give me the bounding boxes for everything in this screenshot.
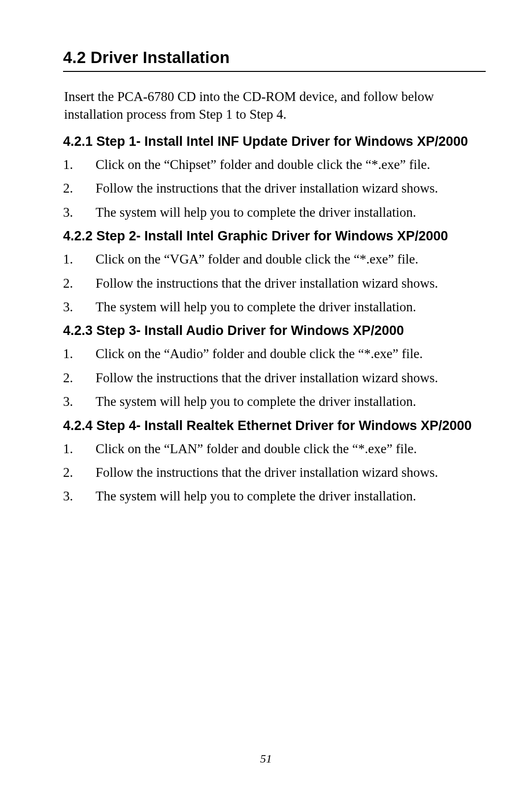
list-item: 3. The system will help you to complete … [63, 298, 486, 316]
list-item: 3. The system will help you to complete … [63, 203, 486, 221]
list-item: 2. Follow the instructions that the driv… [63, 369, 486, 387]
list-text: The system will help you to complete the… [96, 298, 486, 316]
list-text: The system will help you to complete the… [96, 393, 486, 410]
subsection-heading: 4.2.4 Step 4- Install Realtek Ethernet D… [63, 418, 486, 434]
list-number: 3. [63, 393, 96, 410]
list-number: 1. [63, 156, 96, 173]
list-text: Click on the “Chipset” folder and double… [96, 156, 486, 173]
document-page: 4.2 Driver Installation Insert the PCA-6… [0, 0, 532, 505]
subsection-heading: 4.2.1 Step 1- Install Intel INF Update D… [63, 133, 486, 150]
list-item: 3. The system will help you to complete … [63, 393, 486, 410]
list-text: Click on the “LAN” folder and double cli… [96, 440, 486, 458]
list-number: 1. [63, 345, 96, 363]
list-text: Follow the instructions that the driver … [96, 464, 486, 481]
list-number: 1. [63, 250, 96, 268]
list-item: 1. Click on the “Chipset” folder and dou… [63, 156, 486, 173]
list-item: 3. The system will help you to complete … [63, 487, 486, 505]
list-text: Follow the instructions that the driver … [96, 274, 486, 292]
subsection-heading: 4.2.3 Step 3- Install Audio Driver for W… [63, 323, 486, 339]
list-number: 2. [63, 274, 96, 292]
subsection-heading: 4.2.2 Step 2- Install Intel Graphic Driv… [63, 228, 486, 244]
list-item: 2. Follow the instructions that the driv… [63, 464, 486, 481]
list-number: 1. [63, 440, 96, 458]
list-text: Click on the “Audio” folder and double c… [96, 345, 486, 363]
list-number: 2. [63, 369, 96, 387]
list-text: Follow the instructions that the driver … [96, 369, 486, 387]
list-number: 3. [63, 203, 96, 221]
list-text: Click on the “VGA” folder and double cli… [96, 250, 486, 268]
list-number: 3. [63, 298, 96, 316]
section-title: 4.2 Driver Installation [63, 48, 486, 72]
list-item: 1. Click on the “VGA” folder and double … [63, 250, 486, 268]
list-text: Follow the instructions that the driver … [96, 179, 486, 197]
list-text: The system will help you to complete the… [96, 487, 486, 505]
list-number: 2. [63, 179, 96, 197]
list-item: 1. Click on the “LAN” folder and double … [63, 440, 486, 458]
section-intro: Insert the PCA-6780 CD into the CD-ROM d… [63, 88, 486, 124]
list-item: 1. Click on the “Audio” folder and doubl… [63, 345, 486, 363]
list-text: The system will help you to complete the… [96, 203, 486, 221]
list-number: 3. [63, 487, 96, 505]
list-item: 2. Follow the instructions that the driv… [63, 274, 486, 292]
list-number: 2. [63, 464, 96, 481]
page-number: 51 [0, 752, 532, 765]
list-item: 2. Follow the instructions that the driv… [63, 179, 486, 197]
